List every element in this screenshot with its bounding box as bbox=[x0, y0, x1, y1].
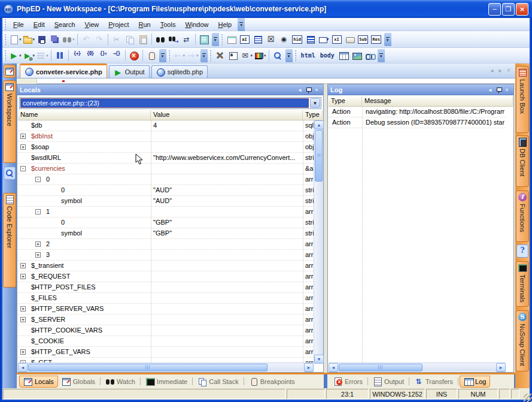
pause-button[interactable] bbox=[53, 49, 66, 62]
insert-table-button[interactable] bbox=[337, 49, 350, 62]
table-row[interactable]: 0"AUD"stri bbox=[18, 185, 314, 196]
expand-icon[interactable]: + bbox=[35, 241, 41, 247]
log-horizontal-scrollbar[interactable]: ◄ ► bbox=[329, 362, 506, 371]
step-out-button[interactable]: {}↑ bbox=[97, 49, 110, 62]
column-header-type[interactable]: Type bbox=[329, 96, 362, 107]
locals-horizontal-scrollbar[interactable]: ◄ ► bbox=[18, 362, 314, 371]
insert-submit-button[interactable]: Sub bbox=[357, 33, 370, 46]
table-row[interactable]: +$_REQUESTarr bbox=[18, 271, 314, 282]
insert-form-button[interactable] bbox=[225, 33, 238, 46]
open-file-button[interactable]: ▾ bbox=[22, 33, 36, 46]
bottom-tab-watch[interactable]: Watch bbox=[102, 376, 139, 388]
resize-grip[interactable] bbox=[524, 394, 532, 402]
expand-icon[interactable]: + bbox=[35, 252, 41, 258]
paste-button[interactable] bbox=[136, 33, 150, 46]
column-header-value[interactable]: Value bbox=[151, 110, 303, 120]
toolbar-grip[interactable] bbox=[168, 50, 170, 61]
dropdown-arrow-icon[interactable]: ▾ bbox=[251, 53, 253, 58]
expand-icon[interactable]: + bbox=[20, 134, 26, 139]
title-bar[interactable]: PhpED - New Workspace - [C:\Program File… bbox=[0, 0, 532, 18]
dock-tab-nusoap-client[interactable]: SNuSoap Client bbox=[516, 310, 529, 371]
insert-pushbutton-button[interactable] bbox=[343, 33, 357, 46]
log-panel-header[interactable]: Log ◂ × bbox=[328, 84, 513, 95]
scroll-left-icon[interactable]: ◄ bbox=[18, 363, 28, 372]
table-row[interactable]: -1arr bbox=[18, 207, 314, 217]
insert-reset-button[interactable]: Res bbox=[370, 33, 383, 46]
step-over-button[interactable]: {0} bbox=[84, 49, 97, 62]
find-next-button[interactable] bbox=[167, 33, 180, 46]
scrollbar-thumb[interactable] bbox=[339, 364, 422, 371]
cut-button[interactable]: ✂ bbox=[110, 33, 123, 46]
tab-scroll-right-icon[interactable]: ▸ bbox=[496, 67, 504, 74]
dropdown-arrow-icon[interactable]: ▾ bbox=[19, 53, 22, 58]
table-row[interactable]: +$_transientarr bbox=[18, 261, 314, 271]
locals-vertical-scrollbar[interactable]: ▲ ▼ bbox=[314, 120, 323, 364]
save-button[interactable] bbox=[35, 33, 48, 46]
menu-tools[interactable]: Tools bbox=[156, 19, 181, 30]
collapse-icon[interactable]: - bbox=[35, 177, 41, 182]
insert-listbox-button[interactable] bbox=[251, 33, 265, 46]
toolbar-grip[interactable] bbox=[4, 34, 6, 45]
back-button[interactable]: ←▾ bbox=[172, 49, 186, 62]
scope-combobox[interactable]: conveter-service.php::(23) ▼ bbox=[19, 97, 321, 109]
table-row[interactable]: $HTTP_COOKIE_VARSarr bbox=[18, 325, 314, 336]
dropdown-arrow-icon[interactable]: ▾ bbox=[183, 53, 186, 58]
table-row[interactable]: $wsdlURL"http://www.webservicex.com/Curr… bbox=[18, 153, 314, 164]
bottom-tab-call-stack[interactable]: Call Stack bbox=[194, 376, 242, 388]
toolbar-overflow-button[interactable]: ▾ bbox=[200, 49, 208, 62]
scroll-up-icon[interactable]: ▲ bbox=[314, 120, 324, 129]
dropdown-arrow-icon[interactable]: ▾ bbox=[46, 53, 48, 58]
log-row[interactable]: Actionnavigating: http://localhost:8080/… bbox=[329, 107, 506, 117]
toolbar-overflow-button[interactable]: ▾ bbox=[378, 49, 385, 62]
help-button[interactable]: ? bbox=[516, 244, 528, 258]
toolbar-overflow-button[interactable]: ▾ bbox=[159, 49, 166, 62]
deploy-button[interactable]: ✉▾ bbox=[240, 49, 254, 62]
dock-tab-workspace[interactable]: Workspace bbox=[3, 80, 16, 163]
replace-button[interactable]: ⇄ bbox=[180, 33, 193, 46]
menu-window[interactable]: Window bbox=[180, 19, 213, 30]
bottom-tab-output[interactable]: Output bbox=[369, 376, 408, 388]
dropdown-arrow-icon[interactable]: ▾ bbox=[264, 53, 266, 58]
expand-icon[interactable]: + bbox=[20, 317, 26, 322]
panel-collapse-icon[interactable]: ◂ bbox=[296, 87, 304, 93]
scroll-down-icon[interactable]: ▼ bbox=[314, 355, 324, 364]
save-all-button[interactable] bbox=[48, 33, 62, 46]
expand-icon[interactable]: + bbox=[20, 144, 26, 150]
bottom-tab-globals[interactable]: Globals bbox=[58, 376, 99, 388]
workspace-toggle-button[interactable] bbox=[4, 65, 16, 78]
bottom-tab-immediate[interactable]: Immediate bbox=[142, 376, 191, 388]
body-tag-button[interactable]: body bbox=[318, 49, 337, 62]
insert-multiselect-button[interactable] bbox=[304, 33, 317, 46]
maximize-button[interactable]: ❐ bbox=[502, 3, 515, 16]
editor-tab-conveter-service-php[interactable]: conveter-service.php bbox=[20, 64, 107, 78]
toolbar-overflow-button[interactable]: ▾ bbox=[285, 49, 293, 62]
find-in-files-button[interactable]: ▾ bbox=[62, 33, 75, 46]
zoom-sync-button[interactable] bbox=[271, 49, 284, 62]
run-in-debugger-button[interactable]: ▶▾ bbox=[22, 49, 36, 62]
combobox-dropdown-icon[interactable]: ▼ bbox=[310, 98, 320, 108]
scrollbar-thumb[interactable] bbox=[28, 364, 267, 371]
insert-radio-button[interactable]: ◉ bbox=[278, 33, 291, 46]
table-row[interactable]: +2arr bbox=[18, 239, 314, 250]
collapse-icon[interactable]: - bbox=[35, 209, 41, 214]
bottom-tab-breakpoints[interactable]: Breakpoints bbox=[245, 376, 299, 388]
editor-tab-sqlitedb-php[interactable]: sqlitedb.php bbox=[151, 65, 208, 78]
html-tag-button[interactable]: html bbox=[299, 49, 318, 62]
dock-tab-terminals[interactable]: Terminals bbox=[516, 261, 529, 307]
dropdown-arrow-icon[interactable]: ▾ bbox=[33, 37, 35, 42]
table-row[interactable]: +$HTTP_SERVER_VARSarr bbox=[18, 304, 314, 315]
locals-panel-header[interactable]: Locals ◂ × bbox=[17, 84, 323, 95]
bottom-tab-errors[interactable]: Errors bbox=[330, 376, 366, 388]
tools-button[interactable] bbox=[214, 49, 227, 62]
column-header-message[interactable]: Message bbox=[362, 96, 513, 107]
insert-combobox-button[interactable] bbox=[317, 33, 330, 46]
table-row[interactable]: $HTTP_POST_FILESarr bbox=[18, 282, 314, 293]
redo-button[interactable]: ↷ bbox=[93, 33, 106, 46]
insert-checkbox-button[interactable]: ☒ bbox=[265, 33, 278, 46]
menu-search[interactable]: Search bbox=[50, 19, 80, 30]
insert-image-button[interactable] bbox=[350, 49, 363, 62]
code-templates-button[interactable] bbox=[197, 33, 211, 46]
new-file-button[interactable]: ▾ bbox=[8, 33, 22, 46]
scrollbar-thumb[interactable] bbox=[315, 130, 323, 182]
dock-tab-functions[interactable]: fFunctions bbox=[516, 191, 529, 242]
